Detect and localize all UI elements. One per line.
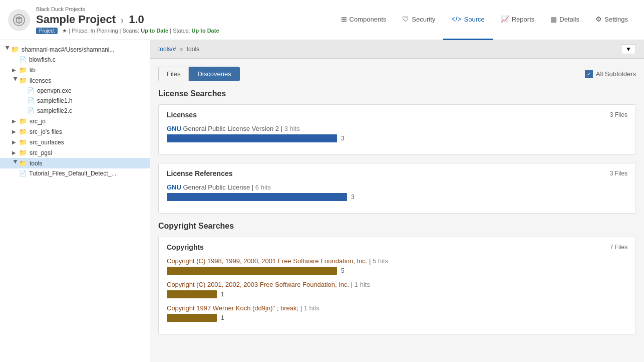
- breadcrumb-bar: tools/# » tools ▼: [150, 40, 644, 59]
- bar-value: 1: [221, 314, 224, 321]
- details-icon: ▦: [550, 15, 557, 23]
- reports-icon: 📈: [501, 15, 509, 23]
- chevron-icon: ▶: [12, 139, 19, 145]
- folder-icon: 📁: [19, 128, 27, 135]
- tree-item-samplefile1[interactable]: 📄 samplefile1.h: [0, 96, 150, 106]
- all-subfolders-toggle[interactable]: ✓ All Subfolders: [585, 70, 636, 78]
- folder-icon: 📁: [19, 66, 27, 74]
- tree-item-tools[interactable]: ▶ 📁 tools: [0, 158, 150, 168]
- gnu-ref-link[interactable]: GNU: [167, 184, 181, 191]
- license-references-header: License References 3 Files: [167, 169, 627, 177]
- tree-item-licenses[interactable]: ▶ 📁 licenses: [0, 75, 150, 86]
- copyright-text-1[interactable]: Copyright (C) 2001, 2002, 2003 Free Soft…: [167, 281, 349, 288]
- gnu-link[interactable]: GNU: [167, 125, 181, 132]
- nav-settings[interactable]: ⚙ Settings: [587, 0, 636, 40]
- app-logo: [8, 9, 30, 31]
- copyright-bar-1: 1: [167, 290, 627, 298]
- folder-icon: 📁: [19, 117, 27, 125]
- tree-item-src-pgsl[interactable]: ▶ 📁 src_pgsl: [0, 147, 150, 158]
- tree-item-openvpn[interactable]: 📄 openvpn.exe: [0, 86, 150, 96]
- tree-item-tutorial[interactable]: 📄 Tutorial_Files_Default_Detect_...: [0, 168, 150, 178]
- main-content: tools/# » tools ▼ Files Discoveries ✓ Al…: [150, 40, 644, 362]
- copyright-label-1: Copyright (C) 2001, 2002, 2003 Free Soft…: [167, 281, 627, 288]
- copyrights-subsection: Copyrights 7 Files Copyright (C) 1998, 1…: [158, 237, 636, 334]
- copyright-text-2[interactable]: Copyright 1997 Werner Koch (dd9jn)" ; br…: [167, 304, 298, 312]
- folder-icon: 📁: [19, 159, 27, 167]
- copyright-text-0[interactable]: Copyright (C) 1998, 1999, 2000, 2001 Fre…: [167, 257, 367, 265]
- copyright-entry-1: Copyright (C) 2001, 2002, 2003 Free Soft…: [167, 281, 627, 298]
- licenses-files-count: 3 Files: [610, 111, 627, 118]
- licenses-subsection: Licenses 3 Files GNU General Public Lice…: [158, 104, 636, 155]
- content-area: Files Discoveries ✓ All Subfolders Licen…: [150, 59, 644, 350]
- tree-item-src-jo[interactable]: ▶ 📁 src_jo: [0, 116, 150, 126]
- tree-item-samplefile2[interactable]: 📄 samplefile2.c: [0, 106, 150, 116]
- copyright-searches-title: Copyright Searches: [158, 222, 636, 231]
- tree-item-blowfish[interactable]: 📄 blowfish.c: [0, 55, 150, 65]
- copyright-bar-0: 5: [167, 267, 627, 275]
- chevron-icon: ▶: [5, 46, 11, 53]
- chevron-icon: ▶: [13, 77, 19, 84]
- all-subfolders-checkbox[interactable]: ✓: [585, 70, 593, 78]
- breadcrumb-current: tools: [187, 46, 199, 53]
- copyright-entry-0: Copyright (C) 1998, 1999, 2000, 2001 Fre…: [167, 257, 627, 275]
- project-name: Sample Project › 1.0: [36, 13, 333, 26]
- license-bar-0: 3: [167, 134, 627, 142]
- tree-item-root[interactable]: ▶ 📁 shamnani-mac#/Users/shamnani...: [0, 44, 150, 55]
- tabs-bar: Files Discoveries ✓ All Subfolders: [158, 67, 636, 81]
- bar-progress: [167, 267, 337, 275]
- chevron-icon: ▶: [13, 160, 19, 167]
- components-icon: ⊞: [341, 15, 347, 23]
- nav-components[interactable]: ⊞ Components: [333, 0, 395, 40]
- nav-source[interactable]: </> Source: [443, 0, 492, 40]
- settings-icon: ⚙: [595, 15, 602, 23]
- tree-item-src-jo-files[interactable]: ▶ 📁 src_jo's files: [0, 126, 150, 137]
- header: Black Duck Projects Sample Project › 1.0…: [0, 0, 644, 40]
- licenses-title: Licenses: [167, 111, 197, 119]
- bar-progress: [167, 314, 217, 322]
- breadcrumb-separator: »: [180, 46, 183, 53]
- bar-value: 3: [351, 194, 355, 201]
- folder-icon: 📁: [19, 149, 27, 156]
- tree-item-src-ourfaces[interactable]: ▶ 📁 src_ourfaces: [0, 137, 150, 147]
- tab-discoveries[interactable]: Discoveries: [189, 67, 239, 81]
- bar-value: 5: [341, 267, 345, 274]
- copyrights-title: Copyrights: [167, 243, 204, 251]
- tab-files[interactable]: Files: [158, 67, 189, 81]
- nav-details[interactable]: ▦ Details: [542, 0, 587, 40]
- license-ref-bar-0: 3: [167, 193, 627, 201]
- license-ref-entry-0: GNU General Public License | 6 hits 3: [167, 184, 627, 201]
- license-label-0: GNU General Public License Version 2 | 3…: [167, 125, 627, 132]
- source-icon: </>: [451, 15, 461, 23]
- license-searches-title: License Searches: [158, 89, 636, 98]
- project-meta: Project ★ | Phase: In Planning | Scans: …: [36, 28, 333, 34]
- copyrights-header: Copyrights 7 Files: [167, 243, 627, 251]
- layout: ▶ 📁 shamnani-mac#/Users/shamnani... 📄 bl…: [0, 40, 644, 362]
- folder-icon: 📁: [11, 46, 19, 53]
- chevron-icon: ▶: [12, 150, 19, 155]
- tree-item-lib[interactable]: ▶ 📁 lib: [0, 65, 150, 75]
- license-ref-label-0: GNU General Public License | 6 hits: [167, 184, 627, 191]
- license-references-files-count: 3 Files: [610, 170, 627, 177]
- copyright-label-2: Copyright 1997 Werner Koch (dd9jn)" ; br…: [167, 304, 627, 312]
- folder-icon: 📁: [19, 77, 27, 84]
- license-references-subsection: License References 3 Files GNU General P…: [158, 163, 636, 214]
- bar-value: 1: [221, 291, 224, 298]
- bar-fill: [167, 134, 337, 142]
- nav-reports[interactable]: 📈 Reports: [493, 0, 543, 40]
- file-icon: 📄: [19, 170, 27, 177]
- main-nav: ⊞ Components 🛡 Security </> Source 📈 Rep…: [333, 0, 636, 40]
- copyrights-files-count: 7 Files: [610, 244, 627, 251]
- breadcrumb-link[interactable]: tools/#: [158, 46, 176, 53]
- file-icon: 📄: [19, 56, 27, 63]
- chevron-icon: ▶: [12, 118, 19, 124]
- tabs: Files Discoveries: [158, 67, 240, 81]
- license-references-title: License References: [167, 169, 233, 177]
- nav-security[interactable]: 🛡 Security: [394, 0, 443, 40]
- file-icon: 📄: [27, 87, 35, 94]
- chevron-icon: ▶: [12, 67, 19, 73]
- breadcrumb-dropdown-button[interactable]: ▼: [621, 44, 636, 54]
- org-name: Black Duck Projects: [36, 6, 333, 12]
- copyright-entry-2: Copyright 1997 Werner Koch (dd9jn)" ; br…: [167, 304, 627, 322]
- sidebar: ▶ 📁 shamnani-mac#/Users/shamnani... 📄 bl…: [0, 40, 150, 362]
- bar-value: 3: [341, 135, 345, 142]
